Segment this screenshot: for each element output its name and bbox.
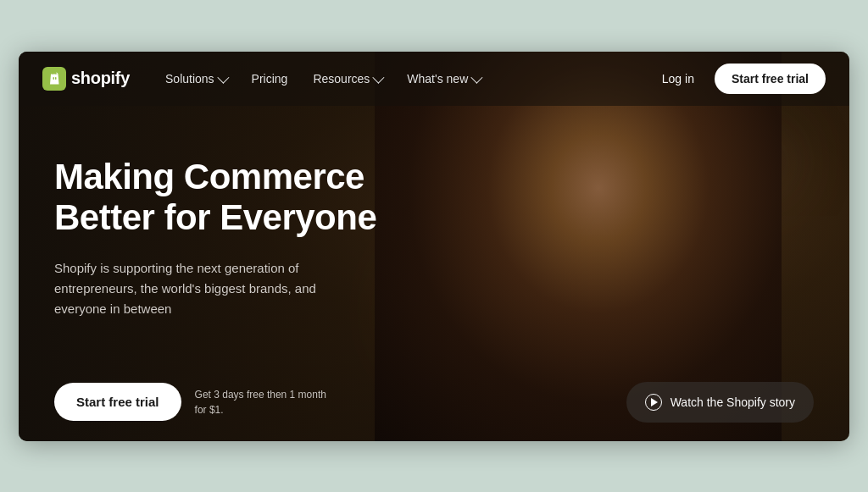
nav-item-solutions[interactable]: Solutions — [153, 65, 238, 92]
shopify-bag-icon — [42, 67, 66, 91]
chevron-down-icon — [471, 71, 483, 83]
start-free-trial-nav-button[interactable]: Start free trial — [715, 64, 826, 94]
play-icon — [645, 394, 662, 411]
hero-section: shopify Solutions Pricing Resources What… — [19, 52, 849, 441]
logo-text: shopify — [71, 69, 130, 88]
navbar: shopify Solutions Pricing Resources What… — [19, 52, 849, 106]
nav-item-whats-new[interactable]: What's new — [395, 65, 492, 92]
hero-bottom-bar: Start free trial Get 3 days free then 1 … — [19, 367, 849, 441]
start-free-trial-hero-button[interactable]: Start free trial — [54, 383, 181, 421]
svg-rect-1 — [53, 77, 55, 80]
hero-title: Making Commerce Better for Everyone — [54, 157, 390, 239]
hero-subtitle: Shopify is supporting the next generatio… — [54, 258, 342, 319]
trial-info: Get 3 days free then 1 month for $1. — [195, 387, 326, 417]
chevron-down-icon — [217, 71, 229, 83]
play-triangle-icon — [651, 398, 658, 406]
shopify-logo[interactable]: shopify — [42, 67, 130, 91]
watch-story-button[interactable]: Watch the Shopify story — [626, 382, 814, 423]
chevron-down-icon — [373, 71, 385, 83]
login-button[interactable]: Log in — [652, 65, 704, 92]
svg-rect-2 — [55, 77, 57, 80]
nav-right: Log in Start free trial — [652, 64, 826, 94]
hero-cta-group: Start free trial Get 3 days free then 1 … — [54, 383, 326, 421]
nav-item-resources[interactable]: Resources — [301, 65, 393, 92]
nav-item-pricing[interactable]: Pricing — [240, 65, 300, 92]
nav-links: Solutions Pricing Resources What's new — [153, 65, 652, 92]
hero-content: Making Commerce Better for Everyone Shop… — [19, 106, 426, 320]
browser-frame: shopify Solutions Pricing Resources What… — [19, 52, 849, 441]
